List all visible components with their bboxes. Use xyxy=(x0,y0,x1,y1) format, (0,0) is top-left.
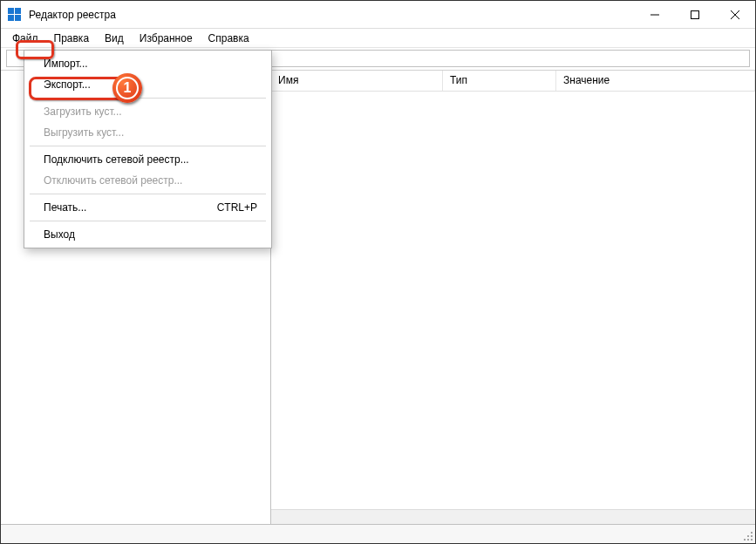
menu-edit[interactable]: Правка xyxy=(46,31,98,46)
file-menu-dropdown: Импорт... Экспорт... Загрузить куст... В… xyxy=(24,50,272,248)
menu-separator xyxy=(30,221,266,221)
menu-separator xyxy=(30,98,266,99)
horizontal-scrollbar[interactable] xyxy=(271,509,755,524)
menu-view[interactable]: Вид xyxy=(97,31,132,46)
menu-item-label: Печать... xyxy=(44,201,86,214)
resize-grip-icon[interactable] xyxy=(741,529,753,541)
menu-item-label: Отключить сетевой реестр... xyxy=(44,174,182,187)
menu-item-import[interactable]: Импорт... xyxy=(26,53,269,74)
column-header-value[interactable]: Значение xyxy=(556,71,755,91)
status-bar xyxy=(1,524,755,543)
menu-item-load-hive: Загрузить куст... xyxy=(26,101,269,122)
menu-item-connect-network[interactable]: Подключить сетевой реестр... xyxy=(26,149,269,170)
menu-item-label: Подключить сетевой реестр... xyxy=(44,153,189,166)
svg-point-4 xyxy=(751,532,753,534)
list-header: Имя Тип Значение xyxy=(271,71,755,92)
title-bar: Редактор реестра xyxy=(1,1,755,29)
list-panel: Имя Тип Значение xyxy=(271,71,755,524)
menu-item-export[interactable]: Экспорт... xyxy=(26,74,269,95)
window-title: Редактор реестра xyxy=(29,9,116,21)
menu-separator xyxy=(30,146,266,146)
svg-point-8 xyxy=(747,539,749,541)
svg-rect-1 xyxy=(691,10,699,18)
menu-item-disconnect-network: Отключить сетевой реестр... xyxy=(26,170,269,191)
menu-item-label: Выгрузить куст... xyxy=(44,126,124,139)
menu-item-exit[interactable]: Выход xyxy=(26,224,269,245)
menu-bar: Файл Правка Вид Избранное Справка xyxy=(1,29,755,48)
column-header-type[interactable]: Тип xyxy=(443,71,556,91)
svg-point-9 xyxy=(751,539,753,541)
minimize-button[interactable] xyxy=(635,1,675,28)
menu-help[interactable]: Справка xyxy=(201,31,257,46)
menu-item-shortcut: CTRL+P xyxy=(217,201,257,214)
menu-item-label: Импорт... xyxy=(44,58,88,70)
svg-point-6 xyxy=(751,535,753,537)
maximize-button[interactable] xyxy=(675,1,715,28)
menu-item-print[interactable]: Печать... CTRL+P xyxy=(26,197,269,218)
column-header-name[interactable]: Имя xyxy=(271,71,443,91)
menu-item-label: Загрузить куст... xyxy=(44,105,122,118)
menu-item-label: Выход xyxy=(44,228,75,241)
app-icon xyxy=(8,8,22,22)
window-controls xyxy=(635,1,755,28)
close-button[interactable] xyxy=(715,1,755,28)
svg-point-7 xyxy=(744,539,746,541)
menu-file[interactable]: Файл xyxy=(4,31,46,46)
menu-item-label: Экспорт... xyxy=(44,78,91,91)
menu-separator xyxy=(30,194,266,194)
menu-item-unload-hive: Выгрузить куст... xyxy=(26,122,269,143)
menu-favorites[interactable]: Избранное xyxy=(132,31,201,46)
svg-point-5 xyxy=(747,535,749,537)
